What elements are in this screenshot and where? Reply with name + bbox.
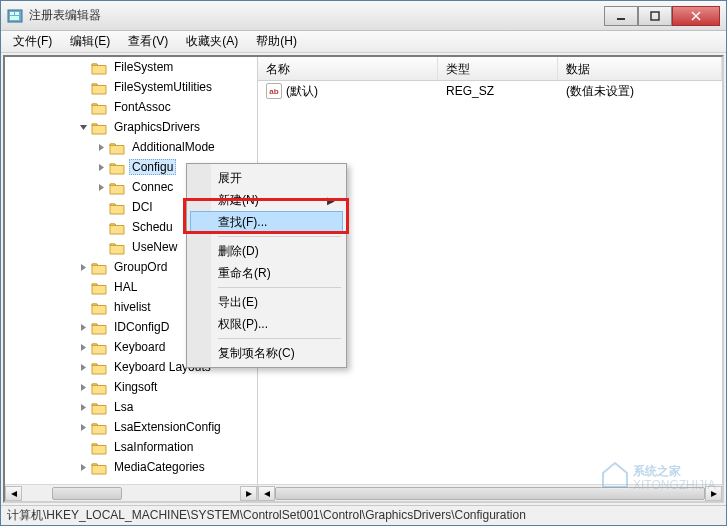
folder-icon (91, 380, 107, 394)
window-title: 注册表编辑器 (29, 7, 604, 24)
expand-toggle-icon[interactable] (77, 361, 89, 373)
value-name: (默认) (286, 83, 318, 100)
ctx-expand[interactable]: 展开 (190, 167, 343, 189)
folder-icon (109, 180, 125, 194)
menu-favorites[interactable]: 收藏夹(A) (178, 31, 246, 52)
folder-icon (91, 320, 107, 334)
tree-item-lsa[interactable]: Lsa (5, 397, 258, 417)
tree-item-label: LsaInformation (111, 439, 196, 455)
menu-view[interactable]: 查看(V) (120, 31, 176, 52)
col-name[interactable]: 名称 (258, 57, 438, 80)
ctx-copy-key-name[interactable]: 复制项名称(C) (190, 342, 343, 364)
close-button[interactable] (672, 6, 720, 26)
menu-file[interactable]: 文件(F) (5, 31, 60, 52)
expand-toggle-icon[interactable] (77, 381, 89, 393)
value-type: REG_SZ (438, 84, 558, 98)
tree-item-filesystemutilities[interactable]: FileSystemUtilities (5, 77, 258, 97)
folder-icon (91, 360, 107, 374)
tree-scroll-left[interactable]: ◂ (5, 486, 22, 501)
folder-icon (91, 460, 107, 474)
folder-icon (91, 280, 107, 294)
client-area: FileSystemFileSystemUtilitiesFontAssocGr… (3, 55, 724, 503)
folder-icon (91, 420, 107, 434)
ctx-export[interactable]: 导出(E) (190, 291, 343, 313)
folder-icon (109, 160, 125, 174)
status-path: 计算机\HKEY_LOCAL_MACHINE\SYSTEM\ControlSet… (7, 507, 526, 524)
tree-item-lsaextensionconfig[interactable]: LsaExtensionConfig (5, 417, 258, 437)
tree-item-label: IDConfigD (111, 319, 172, 335)
svg-rect-2 (15, 12, 19, 15)
tree-item-label: Kingsoft (111, 379, 160, 395)
expand-toggle-icon[interactable] (77, 421, 89, 433)
app-icon (7, 8, 23, 24)
ctx-permissions[interactable]: 权限(P)... (190, 313, 343, 335)
expand-toggle-icon[interactable] (95, 181, 107, 193)
value-data: (数值未设置) (558, 83, 722, 100)
maximize-button[interactable] (638, 6, 672, 26)
list-scroll-thumb[interactable] (275, 487, 705, 500)
folder-icon (109, 200, 125, 214)
expand-toggle-icon[interactable] (77, 261, 89, 273)
tree-item-label: UseNew (129, 239, 180, 255)
tree-item-label: Configu (129, 159, 176, 175)
list-scroll-track[interactable] (275, 486, 705, 501)
tree-item-label: GroupOrd (111, 259, 170, 275)
tree-item-label: LsaExtensionConfig (111, 419, 224, 435)
tree-item-label: GraphicsDrivers (111, 119, 203, 135)
folder-icon (109, 140, 125, 154)
tree-item-label: DCI (129, 199, 156, 215)
expand-toggle-icon[interactable] (77, 461, 89, 473)
statusbar: 计算机\HKEY_LOCAL_MACHINE\SYSTEM\ControlSet… (1, 505, 726, 525)
tree-item-label: Keyboard (111, 339, 168, 355)
tree-item-lsainformation[interactable]: LsaInformation (5, 437, 258, 457)
menu-help[interactable]: 帮助(H) (248, 31, 305, 52)
tree-item-mediacategories[interactable]: MediaCategories (5, 457, 258, 477)
expand-toggle-icon[interactable] (95, 141, 107, 153)
folder-icon (91, 340, 107, 354)
folder-icon (109, 220, 125, 234)
col-type[interactable]: 类型 (438, 57, 558, 80)
col-data[interactable]: 数据 (558, 57, 722, 80)
tree-item-filesystem[interactable]: FileSystem (5, 57, 258, 77)
menubar: 文件(F) 编辑(E) 查看(V) 收藏夹(A) 帮助(H) (1, 31, 726, 53)
folder-icon (91, 440, 107, 454)
tree-item-label: MediaCategories (111, 459, 208, 475)
registry-editor-window: 注册表编辑器 文件(F) 编辑(E) 查看(V) 收藏夹(A) 帮助(H) Fi… (0, 0, 727, 526)
ctx-new[interactable]: 新建(N)▶ (190, 189, 343, 211)
tree-item-label: Schedu (129, 219, 176, 235)
tree-scroll-thumb[interactable] (52, 487, 122, 500)
tree-item-graphicsdrivers[interactable]: GraphicsDrivers (5, 117, 258, 137)
expand-toggle-icon[interactable] (77, 341, 89, 353)
tree-item-label: FontAssoc (111, 99, 174, 115)
context-menu: 展开 新建(N)▶ 查找(F)... 删除(D) 重命名(R) 导出(E) 权限… (186, 163, 347, 368)
folder-icon (91, 300, 107, 314)
tree-item-label: Connec (129, 179, 176, 195)
expand-toggle-icon[interactable] (95, 161, 107, 173)
tree-scroll-track[interactable] (22, 486, 240, 501)
tree-item-additionalmode[interactable]: AdditionalMode (5, 137, 258, 157)
string-value-icon: ab (266, 83, 282, 99)
tree-item-label: AdditionalMode (129, 139, 218, 155)
folder-icon (109, 240, 125, 254)
tree-item-label: Lsa (111, 399, 136, 415)
ctx-rename[interactable]: 重命名(R) (190, 262, 343, 284)
expand-toggle-icon[interactable] (77, 321, 89, 333)
folder-icon (91, 400, 107, 414)
menu-edit[interactable]: 编辑(E) (62, 31, 118, 52)
ctx-delete[interactable]: 删除(D) (190, 240, 343, 262)
tree-item-label: HAL (111, 279, 140, 295)
folder-icon (91, 260, 107, 274)
minimize-button[interactable] (604, 6, 638, 26)
ctx-find[interactable]: 查找(F)... (190, 211, 343, 233)
tree-item-label: hivelist (111, 299, 154, 315)
tree-item-kingsoft[interactable]: Kingsoft (5, 377, 258, 397)
list-scroll-left[interactable]: ◂ (258, 486, 275, 501)
tree-item-fontassoc[interactable]: FontAssoc (5, 97, 258, 117)
titlebar[interactable]: 注册表编辑器 (1, 1, 726, 31)
list-scroll-right[interactable]: ▸ (705, 486, 722, 501)
list-row[interactable]: ab (默认) REG_SZ (数值未设置) (258, 81, 722, 101)
folder-icon (91, 100, 107, 114)
tree-scroll-right[interactable]: ▸ (240, 486, 257, 501)
expand-toggle-icon[interactable] (77, 401, 89, 413)
expand-toggle-icon[interactable] (77, 121, 89, 133)
